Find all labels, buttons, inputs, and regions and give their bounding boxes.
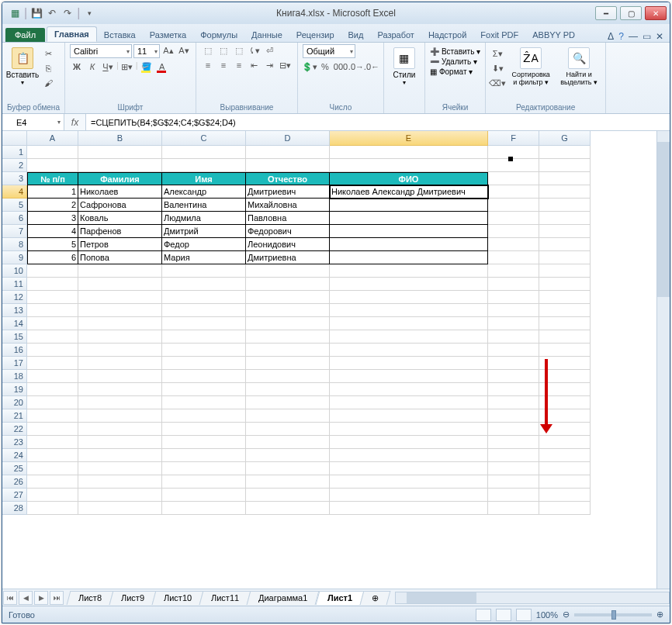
cell-C10[interactable]: [162, 264, 246, 278]
cells-insert-button[interactable]: ➕Вставить ▾: [430, 47, 480, 56]
merge-icon[interactable]: ⊟▾: [279, 59, 293, 71]
cell-A25[interactable]: [27, 462, 78, 475]
row-header-24[interactable]: 24: [2, 449, 27, 462]
cell-B5[interactable]: Сафронова: [78, 199, 162, 212]
cell-E15[interactable]: [330, 330, 488, 344]
cell-E14[interactable]: [330, 317, 488, 330]
autosum-icon[interactable]: Σ▾: [490, 47, 504, 60]
cell-A4[interactable]: 1: [27, 185, 78, 199]
select-all-corner[interactable]: [2, 131, 27, 146]
cell-B2[interactable]: [78, 159, 162, 172]
cell-B18[interactable]: [78, 370, 162, 383]
close-button[interactable]: ✕: [645, 6, 667, 20]
cell-B23[interactable]: [78, 436, 162, 449]
row-header-18[interactable]: 18: [2, 370, 27, 383]
cell-F11[interactable]: [488, 278, 539, 291]
cell-A21[interactable]: [27, 409, 78, 423]
cell-C21[interactable]: [162, 409, 246, 423]
mdi-restore-icon[interactable]: ▭: [643, 31, 651, 42]
cell-A28[interactable]: [27, 502, 78, 515]
cell-E5[interactable]: [330, 199, 488, 212]
row-header-22[interactable]: 22: [2, 423, 27, 436]
cell-A2[interactable]: [27, 159, 78, 172]
align-top-icon[interactable]: ⬚: [201, 44, 215, 57]
cell-D18[interactable]: [246, 370, 330, 383]
sort-filter-button[interactable]: ẐA Сортировка и фильтр ▾: [507, 44, 554, 86]
cell-D5[interactable]: Михайловна: [246, 199, 330, 212]
cell-F26[interactable]: [488, 475, 539, 489]
cell-E6[interactable]: [330, 212, 488, 225]
cell-G11[interactable]: [539, 278, 591, 291]
view-normal-icon[interactable]: [476, 609, 491, 621]
cell-F17[interactable]: [488, 357, 539, 370]
cell-B6[interactable]: Коваль: [78, 212, 162, 225]
cut-icon[interactable]: ✂: [41, 47, 55, 60]
cell-C25[interactable]: [162, 462, 246, 475]
cell-E28[interactable]: [330, 502, 488, 515]
cell-D21[interactable]: [246, 409, 330, 423]
ribbon-minimize-icon[interactable]: ᐃ: [608, 31, 614, 42]
cell-C11[interactable]: [162, 278, 246, 291]
cell-G16[interactable]: [539, 344, 591, 357]
view-pagebreak-icon[interactable]: [516, 609, 532, 621]
cell-B12[interactable]: [78, 291, 162, 304]
new-sheet-button[interactable]: ⊕: [359, 591, 390, 605]
tab-developer[interactable]: Разработ: [370, 28, 421, 42]
row-header-1[interactable]: 1: [2, 146, 27, 159]
cell-D20[interactable]: [246, 396, 330, 409]
cell-F20[interactable]: [488, 396, 539, 409]
cell-G8[interactable]: [539, 238, 591, 251]
cell-A3[interactable]: № п/п: [27, 172, 78, 185]
sheet-tab-Лист10[interactable]: Лист10: [152, 591, 204, 605]
cell-E13[interactable]: [330, 304, 488, 317]
cells-delete-button[interactable]: ➖Удалить ▾: [430, 57, 477, 66]
cell-G1[interactable]: [539, 146, 591, 159]
cell-D12[interactable]: [246, 291, 330, 304]
cell-F22[interactable]: [488, 423, 539, 436]
undo-icon[interactable]: ↶: [46, 7, 58, 19]
cell-G14[interactable]: [539, 317, 591, 330]
cell-D28[interactable]: [246, 502, 330, 515]
cell-D17[interactable]: [246, 357, 330, 370]
cell-G10[interactable]: [539, 264, 591, 278]
cell-E27[interactable]: [330, 489, 488, 502]
cell-F24[interactable]: [488, 449, 539, 462]
fill-handle[interactable]: [508, 157, 513, 161]
styles-button[interactable]: ▦ Стили ▾: [389, 44, 420, 86]
paste-button[interactable]: 📋 Вставить ▾: [7, 44, 38, 86]
cell-C4[interactable]: Александр: [162, 185, 246, 199]
row-header-21[interactable]: 21: [2, 409, 27, 423]
col-header-F[interactable]: F: [488, 131, 539, 146]
cell-E12[interactable]: [330, 291, 488, 304]
cell-E9[interactable]: [330, 251, 488, 264]
cell-F4[interactable]: [488, 185, 539, 199]
cell-B8[interactable]: Петров: [78, 238, 162, 251]
cell-E21[interactable]: [330, 409, 488, 423]
qat-dropdown-icon[interactable]: ▾: [83, 7, 95, 19]
cell-D15[interactable]: [246, 330, 330, 344]
cell-B20[interactable]: [78, 396, 162, 409]
name-box[interactable]: E4: [2, 114, 64, 130]
cell-F8[interactable]: [488, 238, 539, 251]
cell-D8[interactable]: Леонидович: [246, 238, 330, 251]
cell-C7[interactable]: Дмитрий: [162, 225, 246, 238]
cell-F18[interactable]: [488, 370, 539, 383]
cell-F12[interactable]: [488, 291, 539, 304]
row-header-13[interactable]: 13: [2, 304, 27, 317]
sheet-nav-prev[interactable]: ◀: [19, 591, 33, 605]
horizontal-scrollbar[interactable]: [395, 592, 670, 604]
cell-C28[interactable]: [162, 502, 246, 515]
cell-A26[interactable]: [27, 475, 78, 489]
cell-B15[interactable]: [78, 330, 162, 344]
row-header-19[interactable]: 19: [2, 383, 27, 396]
col-header-C[interactable]: C: [162, 131, 246, 146]
cell-G22[interactable]: [539, 423, 591, 436]
row-header-8[interactable]: 8: [2, 238, 27, 251]
fill-icon[interactable]: ⬇▾: [490, 62, 504, 74]
cell-E25[interactable]: [330, 462, 488, 475]
cell-B1[interactable]: [78, 146, 162, 159]
cell-E20[interactable]: [330, 396, 488, 409]
vertical-scrollbar[interactable]: [656, 131, 670, 589]
cell-A6[interactable]: 3: [27, 212, 78, 225]
cell-B28[interactable]: [78, 502, 162, 515]
